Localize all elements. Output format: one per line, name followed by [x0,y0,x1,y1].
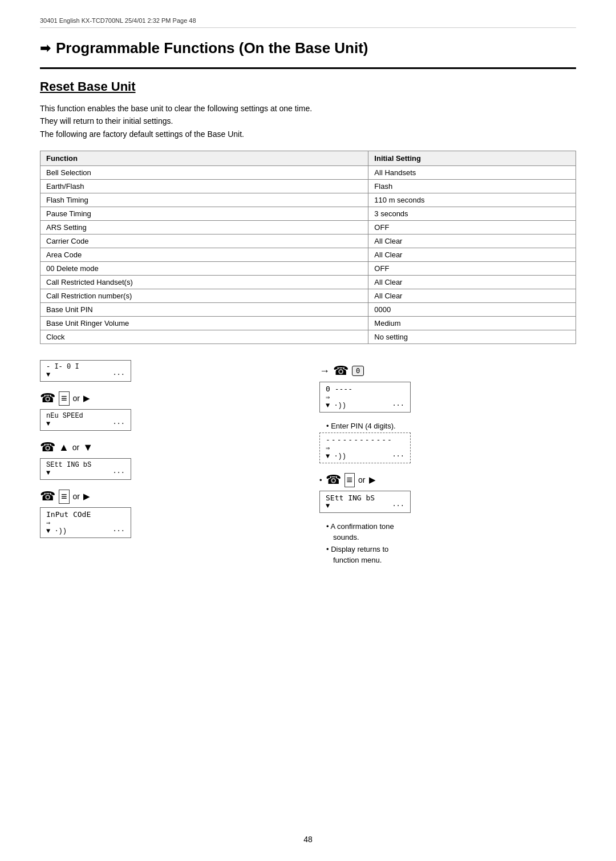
right-arrow-right-icon: ▶ [369,475,376,485]
bullet-dot2: • [319,476,322,484]
display1: - I- 0 I ▼ ··· [40,360,131,382]
function-cell: Call Restricted Handset(s) [40,276,368,289]
arrow-bullet-icon: ➡ [40,41,50,56]
right-step1-display: 0 ---- ⇒ ▼ ·)) ··· [319,382,576,415]
initial-setting-cell: 110 m seconds [368,193,576,207]
display4: InPut COdE ⇒ ▼ ·)) ··· [40,507,131,538]
initial-setting-cell: All Clear [368,235,576,248]
confirm-note2b: function menu. [333,556,576,564]
right-menu-icon: ≡ [345,473,355,487]
right-display1: 0 ---- ⇒ ▼ ·)) ··· [319,382,411,413]
arrow-right-icon3: ▶ [83,491,90,502]
page: 30401 English KX-TCD700NL 25/4/01 2:32 P… [0,0,616,861]
function-cell: Base Unit PIN [40,303,368,317]
function-cell: Flash Timing [40,193,368,207]
right-step2-display: ------------ ⇒ ▼ ·)) ··· [319,432,576,466]
or-text1: or [73,394,80,403]
step3-display: SEtt ING bS ▼ ··· [40,458,297,482]
menu-icon1: ≡ [59,391,70,406]
table-row: ClockNo setting [40,330,576,344]
icon-row3: ☎ ≡ or ▶ [40,489,297,504]
right-icon-row1: → ☎ 0 [319,363,576,378]
right-handset-icon: ☎ [333,363,348,378]
section-title: Reset Base Unit [40,79,576,94]
step1-display: - I- 0 I ▼ ··· [40,360,297,384]
table-row: ARS SettingOFF [40,221,576,235]
step4-display: InPut COdE ⇒ ▼ ·)) ··· [40,507,297,540]
left-instructions: - I- 0 I ▼ ··· ☎ ≡ or ▶ [40,360,297,564]
or-text3: or [73,492,80,501]
function-cell: 00 Delete mode [40,262,368,276]
handset-icon1: ☎ [40,391,55,406]
icon-row2: ☎ ▲ or ▼ [40,440,297,455]
confirm-note1b: sounds. [333,533,576,541]
table-row: Base Unit Ringer VolumeMedium [40,317,576,330]
right-dashed-display: ------------ ⇒ ▼ ·)) ··· [319,432,411,463]
up-icon: ▲ [59,442,69,454]
table-row: Bell SelectionAll Handsets [40,166,576,180]
page-number: 48 [303,835,313,844]
right-arrow-icon: → [319,365,330,377]
function-cell: ARS Setting [40,221,368,235]
function-cell: Call Restriction number(s) [40,289,368,303]
right-handset-icon2: ☎ [326,472,341,487]
initial-setting-cell: 0000 [368,303,576,317]
initial-setting-cell: All Clear [368,248,576,262]
col1-header: Function [40,151,368,166]
col2-header: Initial Setting [368,151,576,166]
arrow-right-icon1: ▶ [83,393,90,403]
right-or-text: or [358,475,365,484]
initial-setting-cell: OFF [368,262,576,276]
table-row: Call Restriction number(s)All Clear [40,289,576,303]
initial-setting-cell: All Handsets [368,166,576,180]
initial-setting-cell: All Clear [368,289,576,303]
pin-note: • Enter PIN (4 digits). [326,422,576,430]
table-row: Base Unit PIN0000 [40,303,576,317]
table-row: Carrier CodeAll Clear [40,235,576,248]
table-row: Call Restricted Handset(s)All Clear [40,276,576,289]
table-row: 00 Delete modeOFF [40,262,576,276]
button-0: 0 [352,366,364,376]
function-cell: Carrier Code [40,235,368,248]
confirm-note1: • A confirmation tone [326,522,576,531]
header-text: 30401 English KX-TCD700NL 25/4/01 2:32 P… [40,17,196,24]
display2: nEu SPEEd ▼ ··· [40,409,131,431]
right-display3: SEtt ING bS ▼ ··· [319,491,411,513]
main-title: ➡ Programmable Functions (On the Base Un… [40,39,576,57]
intro-text: This function enables the base unit to c… [40,102,576,140]
icon-row1: ☎ ≡ or ▶ [40,391,297,406]
function-cell: Pause Timing [40,207,368,221]
function-cell: Bell Selection [40,166,368,180]
table-row: Earth/FlashFlash [40,180,576,193]
table-row: Flash Timing110 m seconds [40,193,576,207]
right-step3-display: SEtt ING bS ▼ ··· [319,491,576,515]
down-icon: ▼ [83,442,93,454]
initial-setting-cell: Medium [368,317,576,330]
handset-icon3: ☎ [40,489,55,504]
display3: SEtt ING bS ▼ ··· [40,458,131,480]
initial-setting-cell: All Clear [368,276,576,289]
confirm-note2: • Display returns to [326,545,576,553]
table-row: Pause Timing3 seconds [40,207,576,221]
handset-icon2: ☎ [40,440,55,455]
right-icon-row2: • ☎ ≡ or ▶ [319,472,576,487]
instruction-area: - I- 0 I ▼ ··· ☎ ≡ or ▶ [40,360,576,564]
or-text2: or [72,443,79,452]
function-cell: Earth/Flash [40,180,368,193]
table-row: Area CodeAll Clear [40,248,576,262]
initial-setting-cell: No setting [368,330,576,344]
function-cell: Base Unit Ringer Volume [40,317,368,330]
function-cell: Area Code [40,248,368,262]
section-rule [40,67,576,69]
right-instructions: → ☎ 0 0 ---- ⇒ ▼ ·)) ··· • Enter [319,360,576,564]
initial-setting-cell: Flash [368,180,576,193]
step2-display: nEu SPEEd ▼ ··· [40,409,297,433]
settings-table: Function Initial Setting Bell SelectionA… [40,151,576,344]
menu-icon3: ≡ [59,490,70,504]
initial-setting-cell: OFF [368,221,576,235]
initial-setting-cell: 3 seconds [368,207,576,221]
top-meta: 30401 English KX-TCD700NL 25/4/01 2:32 P… [40,17,576,28]
function-cell: Clock [40,330,368,344]
